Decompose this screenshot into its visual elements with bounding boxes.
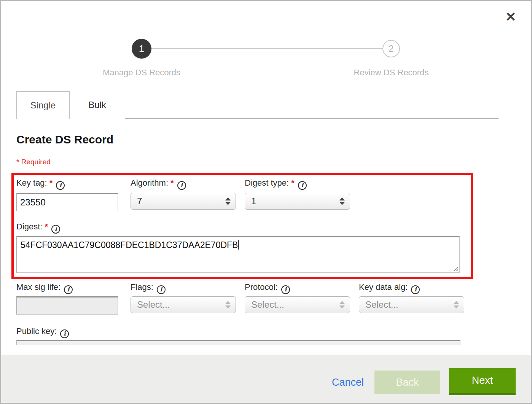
digest-type-label: Digest type:*i — [245, 178, 307, 190]
close-icon[interactable]: ✕ — [502, 8, 519, 25]
protocol-select-value: Select... — [251, 299, 284, 310]
stepper-step-2-label: Review DS Records — [334, 68, 448, 78]
key-tag-input[interactable] — [16, 193, 118, 211]
digest-textarea[interactable]: 54FCF030AA1C79C0088FDEC1BD1C37DAA2E70DFB — [16, 236, 460, 273]
algorithm-select[interactable]: 7 — [131, 193, 236, 210]
back-button[interactable]: Back — [374, 371, 440, 394]
stepper-step-1-circle: 1 — [132, 39, 151, 59]
max-sig-life-label: Max sig life:i — [16, 282, 73, 294]
next-button[interactable]: Next — [449, 368, 516, 395]
info-icon[interactable]: i — [177, 181, 186, 190]
key-data-alg-select[interactable]: Select... — [359, 296, 464, 313]
digest-type-select-value: 1 — [251, 196, 256, 207]
flags-select[interactable]: Select... — [131, 296, 236, 313]
protocol-label: Protocol:i — [245, 282, 290, 294]
info-icon[interactable]: i — [56, 181, 65, 190]
page-title: Create DS Record — [16, 133, 113, 146]
tab-bulk[interactable]: Bulk — [70, 91, 125, 119]
public-key-textarea[interactable] — [16, 340, 460, 345]
flags-label: Flags:i — [131, 282, 166, 294]
info-icon[interactable]: i — [157, 285, 166, 294]
key-tag-label-text: Key tag: — [16, 178, 47, 188]
select-arrows-icon — [339, 301, 345, 309]
public-key-label-text: Public key: — [16, 326, 57, 336]
algorithm-label-text: Algorithm: — [131, 178, 168, 188]
digest-label: Digest:*i — [16, 222, 60, 234]
required-asterisk: * — [45, 222, 48, 231]
flags-select-value: Select... — [137, 299, 170, 310]
select-arrows-icon — [454, 301, 459, 309]
stepper-step-1-label: Manage DS Records — [84, 68, 199, 78]
info-icon[interactable]: i — [51, 225, 60, 234]
select-arrows-icon — [339, 197, 345, 205]
public-key-label: Public key:i — [16, 326, 69, 338]
digest-value: 54FCF030AA1C79C0088FDEC1BD1C37DAA2E70DFB — [21, 240, 238, 250]
protocol-label-text: Protocol: — [245, 282, 278, 292]
algorithm-select-value: 7 — [137, 196, 142, 207]
key-data-alg-label: Key data alg:i — [359, 282, 420, 294]
create-ds-record-modal: ✕ 1 2 Manage DS Records Review DS Record… — [0, 0, 532, 404]
info-icon[interactable]: i — [60, 329, 69, 338]
select-arrows-icon — [225, 301, 231, 309]
protocol-select[interactable]: Select... — [245, 296, 350, 313]
algorithm-label: Algorithm:*i — [131, 178, 186, 190]
cancel-button[interactable]: Cancel — [332, 377, 364, 388]
digest-type-select[interactable]: 1 — [245, 193, 350, 210]
stepper-connector-line — [151, 48, 382, 49]
required-note: * Required — [16, 158, 51, 166]
stepper-step-2-circle: 2 — [382, 40, 400, 57]
digest-label-text: Digest: — [16, 222, 42, 231]
tab-single[interactable]: Single — [16, 91, 70, 119]
max-sig-life-label-text: Max sig life: — [16, 282, 61, 292]
flags-label-text: Flags: — [131, 282, 153, 292]
key-data-alg-label-text: Key data alg: — [359, 282, 408, 292]
required-asterisk: * — [170, 178, 174, 188]
select-arrows-icon — [225, 197, 231, 205]
resize-handle-icon[interactable] — [452, 265, 458, 271]
required-asterisk: * — [291, 178, 295, 188]
key-data-alg-select-value: Select... — [365, 299, 398, 310]
max-sig-life-input[interactable] — [16, 296, 118, 315]
modal-footer: Cancel Back Next — [0, 355, 532, 404]
info-icon[interactable]: i — [281, 285, 290, 294]
info-icon[interactable]: i — [411, 285, 420, 294]
digest-type-label-text: Digest type: — [245, 178, 289, 188]
info-icon[interactable]: i — [298, 181, 307, 190]
info-icon[interactable]: i — [64, 285, 73, 294]
required-asterisk: * — [49, 178, 53, 188]
text-caret — [238, 240, 239, 250]
key-tag-label: Key tag:*i — [16, 178, 65, 190]
